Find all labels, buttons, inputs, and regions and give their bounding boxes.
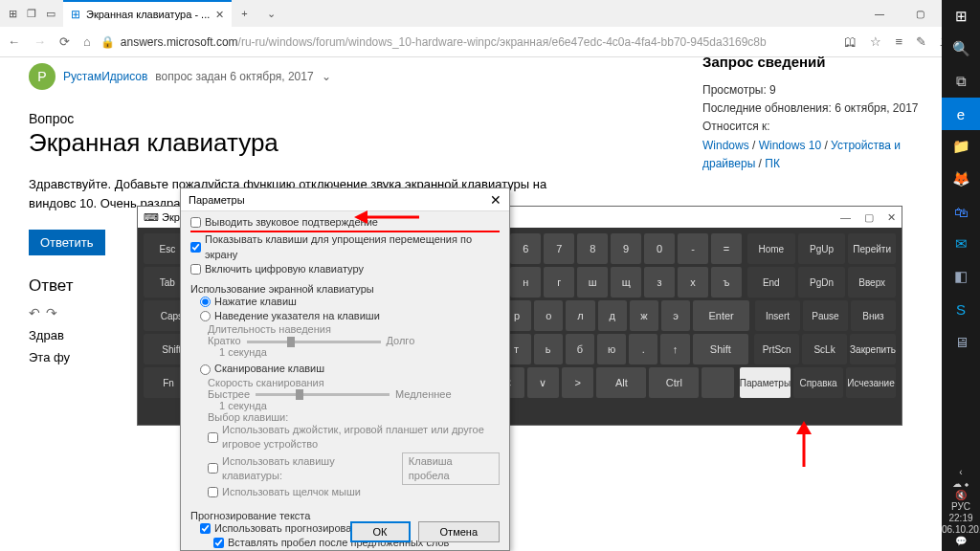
redo-icon[interactable]: ↷ (46, 305, 57, 320)
tab-chevron-icon[interactable]: ⌄ (257, 8, 285, 20)
osk-key[interactable]: ш (577, 267, 608, 298)
search-icon[interactable]: 🔍 (942, 33, 980, 65)
osk-key[interactable]: PgDn (798, 267, 846, 298)
osk-key[interactable]: ж (630, 300, 658, 331)
ok-button[interactable]: ОК (350, 521, 411, 542)
osk-key[interactable]: б (566, 334, 594, 364)
osk-key[interactable]: г (544, 267, 574, 298)
back-button[interactable]: ← (8, 34, 20, 49)
maximize-button[interactable]: ▢ (900, 0, 940, 27)
osk-key[interactable]: Ctrl (649, 367, 699, 398)
osk-key[interactable]: Enter (693, 300, 749, 331)
reply-button[interactable]: Ответить (29, 230, 105, 255)
explorer-icon[interactable]: 📁 (942, 130, 980, 163)
osk-key[interactable]: з (644, 267, 675, 298)
lang-indicator[interactable]: РУС (942, 501, 980, 512)
win-icon[interactable]: ▭ (42, 8, 59, 20)
forward-button[interactable]: → (33, 34, 46, 49)
scan-slider[interactable] (256, 393, 390, 396)
chevron-down-icon[interactable]: ⌄ (322, 70, 331, 83)
osk-key[interactable]: х (678, 267, 708, 298)
tray-chevron-icon[interactable]: ‹ (942, 467, 980, 477)
osk-key[interactable]: . (629, 334, 657, 364)
minimize-button[interactable]: ― (859, 0, 900, 27)
osk-key[interactable]: Вниз (851, 300, 896, 331)
osk-key[interactable]: Вверх (848, 267, 896, 298)
undo-icon[interactable]: ↶ (29, 305, 40, 320)
osk-key[interactable]: Alt (596, 367, 646, 398)
osk-minimize[interactable]: ― (840, 211, 851, 224)
osk-key[interactable]: - (678, 233, 708, 264)
osk-key[interactable]: ю (597, 334, 626, 364)
clock-time[interactable]: 22:19 (942, 513, 980, 523)
win-icon[interactable]: ❐ (23, 8, 40, 20)
osk-key[interactable]: = (711, 233, 742, 264)
osk-key[interactable]: > (562, 367, 593, 398)
osk-key[interactable]: д (598, 300, 627, 331)
star-icon[interactable]: ☆ (870, 34, 881, 49)
osk-key[interactable]: о (534, 300, 563, 331)
osk-key[interactable]: Перейти (848, 233, 896, 264)
sidebar-link[interactable]: Windows 10 (759, 139, 821, 152)
browser-tab[interactable]: ⊞ Экранная клавиатура - ... ✕ (63, 0, 232, 27)
radio-click[interactable]: Нажатие клавиш (200, 295, 500, 309)
osk-key[interactable]: Справка (793, 367, 843, 398)
cb-kbkey[interactable]: Использовать клавишу клавиатуры: Клавиша… (208, 452, 500, 486)
radio-hover[interactable]: Наведение указателя на клавиши (200, 309, 500, 323)
edge-icon[interactable]: e (942, 98, 980, 130)
outlook-icon[interactable]: ✉ (942, 228, 980, 260)
osk-key[interactable]: End (747, 267, 795, 298)
osk-key[interactable]: 0 (644, 233, 675, 264)
osk-maximize[interactable]: ▢ (864, 211, 874, 224)
osk-close[interactable]: ✕ (887, 211, 896, 224)
tray-icons[interactable]: ☁ ⬥ (942, 478, 980, 489)
osk-key[interactable]: 8 (577, 233, 608, 264)
osk-key[interactable]: PrtScn (754, 334, 799, 364)
osk-key[interactable]: Shift (693, 334, 749, 364)
favorites-icon[interactable]: ≡ (895, 34, 902, 49)
osk-key[interactable]: 9 (611, 233, 641, 264)
osk-key[interactable] (702, 367, 733, 398)
osk-key[interactable]: PgUp (798, 233, 846, 264)
osk-key[interactable]: 7 (544, 233, 574, 264)
radio-scan[interactable]: Сканирование клавиш (200, 362, 500, 376)
osk-key[interactable]: Pause (803, 300, 848, 331)
close-tab-icon[interactable]: ✕ (215, 9, 224, 21)
store-icon[interactable]: 🛍 (942, 195, 980, 228)
notes-icon[interactable]: ✎ (916, 34, 926, 49)
osk-key[interactable]: н (510, 267, 541, 298)
taskview-icon[interactable]: ⧉ (942, 65, 980, 98)
refresh-button[interactable]: ⟳ (59, 34, 70, 49)
sidebar-link[interactable]: ПК (765, 157, 780, 170)
cb-numpad[interactable]: Включить цифровую клавиатуру (190, 262, 500, 276)
osk-key[interactable]: щ (611, 267, 641, 298)
dialog-close-icon[interactable]: ✕ (490, 192, 501, 208)
osk-key[interactable]: л (566, 300, 594, 331)
home-button[interactable]: ⌂ (83, 34, 91, 49)
osk-key[interactable]: 6 (510, 233, 541, 264)
volume-icon[interactable]: 🔇 (942, 490, 980, 500)
hover-slider[interactable] (247, 341, 381, 343)
osk-key[interactable]: Параметры (740, 367, 791, 398)
osk-key[interactable]: Исчезание (846, 367, 896, 398)
app-icon[interactable]: 🖥 (942, 325, 980, 358)
start-button[interactable]: ⊞ (942, 0, 980, 33)
cb-showkeys[interactable]: Показывать клавиши для упрощения перемещ… (190, 232, 500, 262)
win-icon[interactable]: ⊞ (4, 8, 21, 20)
osk-key[interactable]: ь (534, 334, 563, 364)
osk-key[interactable]: ↑ (660, 334, 689, 364)
reading-icon[interactable]: 🕮 (844, 34, 857, 49)
new-tab-button[interactable]: + (232, 8, 256, 19)
osk-key[interactable]: Закрепить (850, 334, 896, 364)
firefox-icon[interactable]: 🦊 (942, 163, 980, 195)
cancel-button[interactable]: Отмена (418, 521, 500, 542)
osk-key[interactable]: Insert (755, 300, 800, 331)
url-field[interactable]: 🔒 answers.microsoft.com/ru-ru/windows/fo… (100, 35, 835, 49)
osk-key[interactable]: ScLk (802, 334, 847, 364)
osk-key[interactable]: э (661, 300, 690, 331)
osk-key[interactable]: ∨ (527, 367, 559, 398)
skype-icon[interactable]: S (942, 293, 980, 325)
cb-joystick[interactable]: Использовать джойстик, игровой планшет и… (208, 423, 500, 452)
cb-mouse[interactable]: Использовать щелчок мыши (208, 485, 500, 499)
app-icon[interactable]: ◧ (942, 260, 980, 293)
